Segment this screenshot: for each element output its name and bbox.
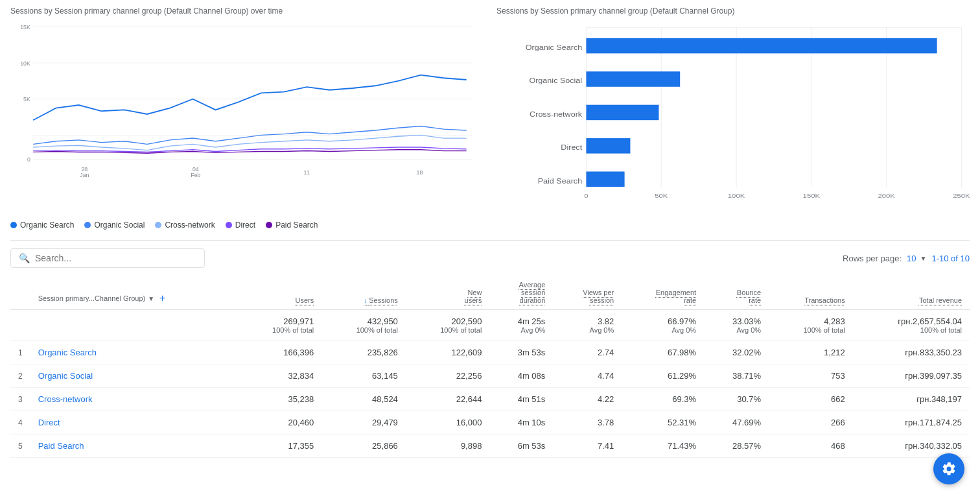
row-transactions-2: 662 <box>769 388 853 411</box>
search-icon: 🔍 <box>19 253 30 263</box>
table-section: 🔍 Rows per page: 10 ▼ 1-10 of 10 S <box>10 240 970 458</box>
row-rank-3: 4 <box>10 411 30 435</box>
total-revenue-col-header[interactable]: Total revenue <box>853 276 970 310</box>
legend-dot-paid-search <box>266 222 272 228</box>
table-row: 5 Paid Search 17,355 25,866 9,898 6m 53s… <box>10 435 970 458</box>
search-box[interactable]: 🔍 <box>10 248 205 268</box>
totals-transactions-cell: 4,283 100% of total <box>769 310 853 341</box>
svg-rect-35 <box>586 138 630 154</box>
svg-rect-29 <box>586 38 937 54</box>
row-new-users-0: 122,609 <box>406 341 490 364</box>
session-primary-col-header[interactable]: Session primary...Channel Group) ▼ + <box>30 276 238 310</box>
table-row: 1 Organic Search 166,396 235,826 122,609… <box>10 341 970 364</box>
svg-text:18: 18 <box>417 169 423 176</box>
svg-text:200K: 200K <box>878 192 894 199</box>
row-users-3: 20,460 <box>238 411 322 435</box>
row-avg-session-4: 6m 53s <box>489 435 553 458</box>
avg-session-col-header[interactable]: Averagesessionduration <box>489 276 553 310</box>
search-input[interactable] <box>35 253 196 263</box>
svg-text:50K: 50K <box>655 192 668 199</box>
row-views-per-session-0: 2.74 <box>553 341 622 364</box>
new-users-col-header[interactable]: Newusers <box>406 276 490 310</box>
row-channel-2[interactable]: Cross-network <box>30 388 238 411</box>
settings-fab-button[interactable] <box>933 453 964 484</box>
sort-desc-icon: ↓ <box>364 297 367 304</box>
svg-text:Cross-network: Cross-network <box>530 110 582 118</box>
legend-item-organic-social[interactable]: Organic Social <box>84 220 145 230</box>
chart-legend: Organic Search Organic Social Cross-netw… <box>10 220 484 230</box>
svg-rect-33 <box>586 105 659 121</box>
svg-text:Jan: Jan <box>80 172 89 178</box>
views-per-session-col-header[interactable]: Views persession <box>553 276 622 310</box>
row-sessions-1: 63,145 <box>321 364 406 388</box>
row-bounce-3: 47.69% <box>704 411 769 435</box>
row-transactions-4: 468 <box>769 435 853 458</box>
row-channel-4[interactable]: Paid Search <box>30 435 238 458</box>
row-users-4: 17,355 <box>238 435 322 458</box>
legend-item-paid-search[interactable]: Paid Search <box>266 220 318 230</box>
engagement-rate-col-header[interactable]: Engagementrate <box>622 276 704 310</box>
totals-engagement-rate-cell: 66.97% Avg 0% <box>622 310 704 341</box>
table-row: 4 Direct 20,460 29,479 16,000 4m 10s 3.7… <box>10 411 970 435</box>
rows-per-page-control[interactable]: 10 ▼ <box>907 254 926 263</box>
legend-item-cross-network[interactable]: Cross-network <box>155 220 215 230</box>
data-table: Session primary...Channel Group) ▼ + Use… <box>10 276 970 458</box>
bounce-rate-col-header[interactable]: Bouncerate <box>704 276 769 310</box>
svg-text:11: 11 <box>303 169 310 176</box>
row-engagement-3: 52.31% <box>622 411 704 435</box>
row-new-users-3: 16,000 <box>406 411 490 435</box>
svg-text:150K: 150K <box>803 192 820 199</box>
settings-icon <box>941 461 957 477</box>
row-bounce-0: 32.02% <box>704 341 769 364</box>
legend-item-organic-search[interactable]: Organic Search <box>10 220 74 230</box>
row-new-users-4: 9,898 <box>406 435 490 458</box>
row-revenue-0: грн.833,350.23 <box>853 341 970 364</box>
legend-item-direct[interactable]: Direct <box>226 220 255 230</box>
transactions-col-header[interactable]: Transactions <box>769 276 853 310</box>
table-row: 2 Organic Social 32,834 63,145 22,256 4m… <box>10 364 970 388</box>
row-avg-session-2: 4m 51s <box>489 388 553 411</box>
svg-rect-31 <box>586 71 680 87</box>
svg-text:Direct: Direct <box>561 143 583 151</box>
dropdown-arrow-icon[interactable]: ▼ <box>148 295 154 302</box>
row-engagement-0: 67.98% <box>622 341 704 364</box>
row-sessions-0: 235,826 <box>321 341 406 364</box>
row-channel-3[interactable]: Direct <box>30 411 238 435</box>
legend-label-organic-social: Organic Social <box>94 220 145 230</box>
svg-text:Paid Search: Paid Search <box>538 177 582 185</box>
page-range: 1-10 of 10 <box>931 254 970 263</box>
totals-row: 269,971 100% of total 432,950 100% of to… <box>10 310 970 341</box>
row-sessions-4: 25,866 <box>321 435 406 458</box>
legend-label-direct: Direct <box>235 220 255 230</box>
sessions-col-header[interactable]: ↓ Sessions <box>321 276 406 310</box>
row-channel-0[interactable]: Organic Search <box>30 341 238 364</box>
add-column-button[interactable]: + <box>159 292 165 304</box>
legend-label-cross-network: Cross-network <box>165 220 215 230</box>
rows-per-page-label: Rows per page: <box>843 254 902 263</box>
line-chart-section: Sessions by Session primary channel grou… <box>10 6 484 230</box>
rows-per-page-value: 10 <box>907 254 916 263</box>
svg-text:5K: 5K <box>23 96 30 102</box>
svg-text:10K: 10K <box>20 60 30 67</box>
legend-label-paid-search: Paid Search <box>275 220 318 230</box>
legend-label-organic-search: Organic Search <box>20 220 74 230</box>
bar-chart-title: Sessions by Session primary channel grou… <box>496 6 970 16</box>
totals-sessions-cell: 432,950 100% of total <box>321 310 406 341</box>
svg-text:15K: 15K <box>20 24 30 30</box>
row-rank-1: 2 <box>10 364 30 388</box>
row-rank-4: 5 <box>10 435 30 458</box>
totals-avg-session-cell: 4m 25s Avg 0% <box>489 310 553 341</box>
totals-views-per-session-cell: 3.82 Avg 0% <box>553 310 622 341</box>
totals-revenue-cell: грн.2,657,554.04 100% of total <box>853 310 970 341</box>
row-transactions-1: 753 <box>769 364 853 388</box>
pagination-info: Rows per page: 10 ▼ 1-10 of 10 <box>843 254 970 263</box>
users-col-header[interactable]: Users <box>238 276 322 310</box>
totals-rank-cell <box>10 310 30 341</box>
row-revenue-1: грн.399,097.35 <box>853 364 970 388</box>
row-users-2: 35,238 <box>238 388 322 411</box>
table-row: 3 Cross-network 35,238 48,524 22,644 4m … <box>10 388 970 411</box>
row-channel-1[interactable]: Organic Social <box>30 364 238 388</box>
row-bounce-4: 28.57% <box>704 435 769 458</box>
line-chart-title: Sessions by Session primary channel grou… <box>10 6 484 16</box>
row-sessions-2: 48,524 <box>321 388 406 411</box>
